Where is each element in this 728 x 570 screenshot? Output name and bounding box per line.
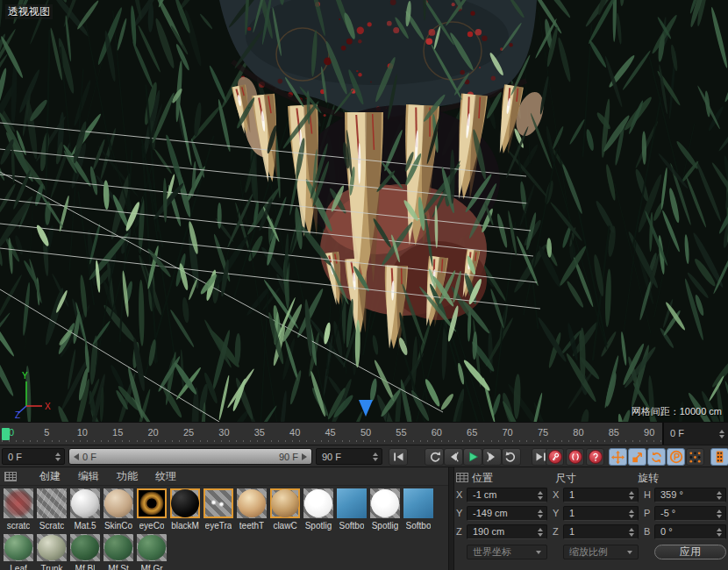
- material-item[interactable]: eyeCo: [135, 486, 168, 531]
- material-item[interactable]: Mf.Gr: [135, 531, 168, 570]
- material-item[interactable]: eyeTra: [202, 486, 235, 531]
- menu-function[interactable]: 功能: [117, 469, 138, 484]
- material-thumbnail-skin[interactable]: [103, 488, 133, 518]
- slider-right-arrow-icon[interactable]: [302, 453, 307, 460]
- stepper-icon[interactable]: [716, 509, 723, 518]
- material-item[interactable]: Mf.St: [102, 531, 135, 570]
- field-value: 1: [569, 489, 575, 500]
- material-row-1: scratcScratcMat.5SkinCoeyeCoblackMeyeTra…: [0, 486, 448, 531]
- material-thumbnail-bone[interactable]: [237, 488, 267, 518]
- stepper-icon[interactable]: [54, 452, 61, 461]
- panel-menu-icon[interactable]: [4, 472, 17, 481]
- material-name: eyeTra: [205, 521, 232, 531]
- position-z-field[interactable]: 190 cm: [467, 524, 547, 539]
- material-thumbnail-softbox[interactable]: [337, 488, 367, 518]
- stepper-icon[interactable]: [628, 509, 635, 518]
- material-thumbnail-g1[interactable]: [70, 534, 100, 561]
- size-z-field[interactable]: 1: [563, 524, 639, 539]
- material-item[interactable]: Trunk: [35, 531, 68, 570]
- material-item[interactable]: SkinCo: [102, 486, 135, 531]
- timeline-ruler[interactable]: 051015202530354045505560657075808590 0 F: [0, 422, 728, 445]
- key-rotation-toggle[interactable]: [647, 448, 666, 466]
- range-start-field[interactable]: 0 F: [2, 448, 65, 465]
- material-item[interactable]: Scratc: [35, 486, 68, 531]
- material-item[interactable]: Spotlig: [302, 486, 335, 531]
- position-y-field[interactable]: -149 cm: [467, 506, 547, 521]
- field-value: 1: [569, 508, 575, 518]
- material-thumbnail-leaf[interactable]: [4, 534, 33, 561]
- stepper-icon[interactable]: [716, 491, 723, 500]
- material-name: Spotlig: [372, 521, 399, 531]
- stepper-icon[interactable]: [628, 528, 635, 537]
- menu-edit[interactable]: 编辑: [78, 469, 99, 484]
- menu-create[interactable]: 创建: [39, 469, 61, 484]
- next-frame-button[interactable]: [482, 448, 502, 466]
- preview-range-slider[interactable]: 0 F 90 F: [68, 448, 312, 465]
- material-item[interactable]: Softbo: [402, 486, 435, 531]
- stepper-icon[interactable]: [718, 430, 725, 438]
- play-button[interactable]: [463, 448, 482, 466]
- material-item[interactable]: Mf.Bl: [68, 531, 102, 570]
- next-key-icon: [505, 451, 517, 463]
- key-scale-toggle[interactable]: [628, 448, 646, 466]
- menu-texture[interactable]: 纹理: [155, 469, 176, 484]
- material-thumbnail-black[interactable]: [170, 488, 200, 518]
- material-name: blackM: [171, 521, 199, 531]
- slider-left-arrow-icon[interactable]: [74, 453, 79, 460]
- material-thumbnail-light[interactable]: [370, 488, 400, 518]
- material-thumbnail-scratch-red[interactable]: [4, 488, 33, 518]
- material-name: Softbo: [339, 521, 365, 531]
- material-thumbnail-scratch[interactable]: [37, 488, 67, 518]
- position-x-field[interactable]: -1 cm: [467, 488, 547, 502]
- size-y-field[interactable]: 1: [563, 506, 639, 521]
- key-pla-toggle[interactable]: [686, 448, 704, 466]
- stepper-icon[interactable]: [716, 528, 723, 537]
- material-item[interactable]: Leaf: [2, 531, 35, 570]
- material-thumbnail-softbox[interactable]: [403, 488, 433, 518]
- material-thumbnail-white[interactable]: [70, 488, 100, 518]
- apply-button[interactable]: 应用: [654, 545, 726, 559]
- material-thumbnail-light[interactable]: [303, 488, 333, 518]
- material-item[interactable]: Softbo: [335, 486, 368, 531]
- keyframe-selection-button[interactable]: [586, 448, 604, 466]
- material-thumbnail-claw[interactable]: [270, 488, 300, 518]
- material-item[interactable]: blackM: [168, 486, 202, 531]
- stepper-icon[interactable]: [537, 491, 544, 500]
- key-position-toggle[interactable]: [609, 448, 627, 466]
- material-thumbnail-eye[interactable]: [137, 488, 167, 518]
- stepper-icon[interactable]: [372, 452, 379, 461]
- material-item[interactable]: Mat.5: [68, 486, 102, 531]
- scale-mode-dropdown[interactable]: 缩放比例: [563, 545, 639, 559]
- key-parameter-toggle[interactable]: [667, 448, 685, 466]
- material-item[interactable]: teethT: [235, 486, 268, 531]
- header-size: 尺寸: [555, 471, 576, 486]
- autokey-button[interactable]: [566, 448, 584, 466]
- prev-key-button[interactable]: [425, 448, 444, 466]
- material-thumbnail-g3[interactable]: [137, 534, 167, 561]
- move-icon: [611, 451, 625, 464]
- filmstrip-button[interactable]: [710, 448, 728, 466]
- material-thumbnail-sparkle[interactable]: [203, 488, 233, 518]
- stepper-icon[interactable]: [537, 528, 544, 537]
- rotation-b-field[interactable]: 0 °: [654, 524, 726, 539]
- goto-start-button[interactable]: [389, 448, 408, 466]
- next-key-button[interactable]: [502, 448, 521, 466]
- material-thumbnail-g2[interactable]: [103, 534, 133, 561]
- coordinate-system-dropdown[interactable]: 世界坐标: [467, 545, 547, 559]
- record-keyframe-button[interactable]: [546, 448, 564, 466]
- scratch-lines-icon: [37, 488, 67, 518]
- stepper-icon[interactable]: [628, 491, 635, 500]
- material-item[interactable]: scratc: [2, 486, 35, 531]
- range-end-field[interactable]: 90 F: [316, 448, 382, 465]
- prev-frame-button[interactable]: [444, 448, 463, 466]
- perspective-viewport[interactable]: 透视视图 网格间距：10000 cm Y X Z: [0, 0, 728, 422]
- current-frame-field[interactable]: 0 F: [662, 423, 728, 445]
- material-thumbnail-trunk[interactable]: [37, 534, 67, 561]
- rotation-p-field[interactable]: -5 °: [654, 506, 726, 521]
- stepper-icon[interactable]: [537, 509, 544, 518]
- size-x-field[interactable]: 1: [563, 488, 639, 502]
- panel-menu-icon[interactable]: [456, 473, 468, 482]
- material-item[interactable]: Spotlig: [368, 486, 402, 531]
- rotation-h-field[interactable]: 359 °: [654, 488, 726, 502]
- material-item[interactable]: clawC: [268, 486, 302, 531]
